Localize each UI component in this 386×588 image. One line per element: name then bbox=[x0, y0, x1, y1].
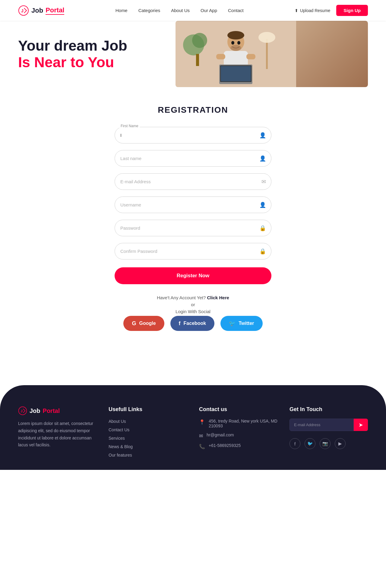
last-name-field: 👤 bbox=[115, 150, 271, 167]
svg-point-7 bbox=[227, 31, 244, 39]
signup-button[interactable]: Sign Up bbox=[336, 5, 368, 16]
no-account-text: Have't Any Account Yet? Click Here bbox=[6, 295, 380, 300]
nav-contact[interactable]: Contact bbox=[228, 8, 244, 13]
password-field: 🔒 bbox=[115, 220, 271, 236]
password-input[interactable] bbox=[115, 220, 271, 236]
hero-line1: Your dream Job bbox=[18, 37, 127, 54]
facebook-icon: f bbox=[179, 320, 181, 327]
first-name-input[interactable] bbox=[115, 127, 271, 143]
footer-touch-col: Get In Touch ➤ f 🐦 📷 ▶ bbox=[290, 406, 368, 458]
footer-contact-col: Contact us 📍 456, tredy Road, New york U… bbox=[199, 406, 277, 458]
facebook-social-icon[interactable]: f bbox=[290, 438, 300, 449]
twitter-label: Twitter bbox=[239, 321, 254, 326]
person-icon-2: 👤 bbox=[259, 155, 266, 162]
svg-rect-16 bbox=[196, 54, 199, 66]
lock-icon-1: 🔒 bbox=[259, 225, 266, 231]
footer-logo-portal: Portal bbox=[43, 407, 60, 414]
person-icon-3: 👤 bbox=[259, 202, 266, 208]
contact-address: 📍 456, tredy Road, New york USA, MD 2100… bbox=[199, 419, 277, 428]
footer-description: Lorem ipsum dolor sit amet, consectetur … bbox=[18, 420, 96, 449]
newsletter-send-button[interactable]: ➤ bbox=[354, 419, 368, 431]
register-button[interactable]: Register Now bbox=[115, 267, 271, 284]
contact-email: ✉ hr@gmail.com bbox=[199, 432, 277, 439]
newsletter-email-input[interactable] bbox=[290, 419, 354, 431]
footer-link-features[interactable]: Our features bbox=[109, 453, 132, 458]
lock-icon-2: 🔒 bbox=[259, 248, 266, 255]
confirm-password-input[interactable] bbox=[115, 243, 271, 259]
svg-rect-4 bbox=[266, 39, 268, 69]
contact-title: Contact us bbox=[199, 406, 277, 413]
footer-social-icons: f 🐦 📷 ▶ bbox=[290, 438, 368, 449]
footer: J Job Portal Lorem ipsum dolor sit amet,… bbox=[0, 385, 386, 470]
footer-logo-job: Job bbox=[30, 407, 40, 414]
hero-image bbox=[176, 21, 368, 87]
hero-section: Your dream Job Is Near to You bbox=[0, 21, 386, 87]
footer-grid: J Job Portal Lorem ipsum dolor sit amet,… bbox=[18, 406, 368, 458]
nav-home[interactable]: Home bbox=[115, 8, 128, 13]
social-buttons: G Google f Facebook 🐦 Twitter bbox=[6, 316, 380, 331]
footer-logo-icon: J bbox=[18, 406, 27, 415]
upload-resume-button[interactable]: ⬆ Upload Resume bbox=[295, 8, 330, 13]
instagram-social-icon[interactable]: 📷 bbox=[320, 438, 331, 449]
google-icon: G bbox=[132, 320, 136, 327]
svg-text:J: J bbox=[21, 8, 24, 13]
first-name-label: First Name bbox=[119, 124, 140, 128]
svg-point-5 bbox=[258, 32, 275, 43]
footer-link-contact[interactable]: Contact Us bbox=[109, 427, 129, 432]
nav-categories[interactable]: Categories bbox=[138, 8, 160, 13]
footer-link-about[interactable]: About Us bbox=[109, 419, 126, 424]
email-text: hr@gmail.com bbox=[207, 432, 234, 437]
svg-point-19 bbox=[230, 45, 241, 51]
svg-rect-13 bbox=[221, 66, 251, 81]
login-social-text: Login With Social bbox=[6, 309, 380, 314]
registration-title: REGISTRATION bbox=[6, 105, 380, 115]
svg-rect-9 bbox=[216, 54, 225, 59]
address-text: 456, tredy Road, New york USA, MD 210093 bbox=[209, 419, 277, 428]
username-input[interactable] bbox=[115, 197, 271, 213]
last-name-input[interactable] bbox=[115, 150, 271, 167]
nav-app[interactable]: Our App bbox=[201, 8, 217, 13]
nav-actions: ⬆ Upload Resume Sign Up bbox=[295, 5, 368, 16]
get-in-touch-title: Get In Touch bbox=[290, 406, 368, 413]
footer-link-services[interactable]: Services bbox=[109, 436, 125, 441]
twitter-social-icon[interactable]: 🐦 bbox=[305, 438, 315, 449]
click-here-link[interactable]: Click Here bbox=[207, 295, 229, 300]
footer-logo: J Job Portal bbox=[18, 406, 96, 415]
footer-link-news[interactable]: News & Blog bbox=[109, 444, 133, 449]
logo: J Job Portal bbox=[18, 5, 64, 16]
username-field: 👤 bbox=[115, 197, 271, 213]
twitter-login-button[interactable]: 🐦 Twitter bbox=[220, 316, 262, 331]
navbar: J Job Portal Home Categories About Us Ou… bbox=[0, 0, 386, 21]
nav-about[interactable]: About Us bbox=[171, 8, 190, 13]
confirm-password-field: 🔒 bbox=[115, 243, 271, 259]
nav-links: Home Categories About Us Our App Contact bbox=[115, 8, 244, 13]
facebook-login-button[interactable]: f Facebook bbox=[170, 316, 215, 331]
footer-links-list: About Us Contact Us Services News & Blog… bbox=[109, 419, 187, 458]
facebook-label: Facebook bbox=[184, 321, 206, 326]
logo-icon: J bbox=[18, 5, 29, 16]
send-icon: ➤ bbox=[359, 422, 363, 428]
phone-text: +61-5869259325 bbox=[209, 443, 241, 448]
or-text: or bbox=[6, 302, 380, 307]
useful-links-title: Usefull Links bbox=[109, 406, 187, 413]
hero-text: Your dream Job Is Near to You bbox=[18, 37, 127, 71]
hero-line2: Is Near to You bbox=[18, 54, 127, 71]
location-icon: 📍 bbox=[199, 419, 205, 425]
youtube-social-icon[interactable]: ▶ bbox=[335, 438, 346, 449]
person-icon-1: 👤 bbox=[259, 132, 266, 139]
logo-portal-text: Portal bbox=[46, 6, 64, 15]
email-input[interactable] bbox=[115, 173, 271, 190]
twitter-icon: 🐦 bbox=[229, 320, 236, 327]
contact-phone: 📞 +61-5869259325 bbox=[199, 443, 277, 449]
hero-img-placeholder bbox=[176, 21, 368, 87]
upload-icon: ⬆ bbox=[295, 8, 298, 13]
hero-illustration bbox=[176, 21, 296, 87]
google-login-button[interactable]: G Google bbox=[123, 316, 164, 331]
svg-point-15 bbox=[192, 33, 207, 48]
logo-job-text: Job bbox=[31, 7, 43, 14]
registration-section: REGISTRATION First Name 👤 👤 ✉ 👤 🔒 bbox=[0, 87, 386, 355]
email-icon: ✉ bbox=[261, 178, 266, 185]
phone-icon: 📞 bbox=[199, 444, 205, 449]
mail-icon: ✉ bbox=[199, 433, 203, 439]
email-field: ✉ bbox=[115, 173, 271, 190]
